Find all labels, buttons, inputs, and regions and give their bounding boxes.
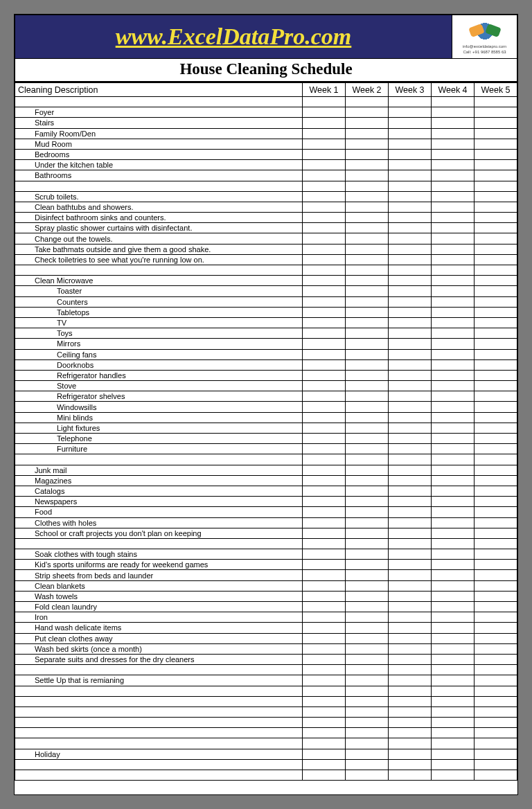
- description-cell: Furniture: [15, 444, 303, 454]
- week-cell: [475, 749, 517, 759]
- week-cell: [432, 412, 475, 423]
- table-row: Take bathmats outside and give them a go…: [15, 244, 517, 254]
- table-row: Windowsills: [15, 402, 517, 412]
- week-cell: [389, 602, 432, 612]
- table-row: Counters: [15, 296, 517, 307]
- week-cell: [303, 286, 346, 296]
- week-cell: [475, 654, 517, 664]
- week-cell: [346, 706, 389, 717]
- week-cell: [389, 434, 432, 444]
- week-cell: [389, 118, 432, 128]
- week-cell: [389, 412, 432, 423]
- week-cell: [432, 706, 475, 717]
- table-row: Mud Room: [15, 139, 517, 149]
- week-cell: [346, 770, 389, 781]
- week-cell: [303, 475, 346, 486]
- week-cell: [389, 528, 432, 538]
- week-cell: [475, 160, 517, 170]
- table-row: Strip sheets from beds and launder: [15, 570, 517, 580]
- week-cell: [389, 402, 432, 412]
- week-cell: [346, 580, 389, 591]
- week-cell: [303, 254, 346, 265]
- week-cell: [346, 486, 389, 496]
- week-cell: [475, 139, 517, 149]
- week-cell: [475, 223, 517, 233]
- week-cell: [389, 265, 432, 276]
- description-cell: Wash towels: [15, 591, 303, 601]
- description-cell: Refrigerator handles: [15, 370, 303, 380]
- week-cell: [346, 612, 389, 623]
- week-cell: [475, 97, 517, 107]
- schedule-table: Cleaning Description Week 1 Week 2 Week …: [15, 82, 517, 781]
- week-cell: [303, 528, 346, 538]
- description-cell: [15, 97, 303, 107]
- description-cell: Windowsills: [15, 402, 303, 412]
- week-cell: [432, 665, 475, 675]
- table-row: [15, 706, 517, 717]
- week-cell: [475, 770, 517, 781]
- col-week5: Week 5: [475, 83, 517, 97]
- week-cell: [303, 139, 346, 149]
- week-cell: [303, 675, 346, 686]
- week-cell: [432, 307, 475, 317]
- week-cell: [346, 170, 389, 181]
- week-cell: [389, 738, 432, 749]
- week-cell: [303, 191, 346, 202]
- week-cell: [432, 244, 475, 254]
- description-cell: Food: [15, 507, 303, 517]
- week-cell: [432, 149, 475, 159]
- week-cell: [303, 339, 346, 349]
- week-cell: [389, 654, 432, 664]
- week-cell: [475, 675, 517, 686]
- week-cell: [389, 728, 432, 738]
- week-cell: [389, 633, 432, 643]
- week-cell: [303, 423, 346, 433]
- week-cell: [432, 759, 475, 770]
- week-cell: [346, 623, 389, 633]
- week-cell: [432, 191, 475, 202]
- week-cell: [303, 434, 346, 444]
- week-cell: [389, 181, 432, 191]
- header-row: Cleaning Description Week 1 Week 2 Week …: [15, 83, 517, 97]
- description-cell: Fold clean laundry: [15, 602, 303, 612]
- week-cell: [389, 170, 432, 181]
- table-row: Newspapers: [15, 497, 517, 507]
- description-cell: Mud Room: [15, 139, 303, 149]
- week-cell: [303, 160, 346, 170]
- table-row: Toaster: [15, 286, 517, 296]
- week-cell: [346, 434, 389, 444]
- week-cell: [346, 317, 389, 328]
- table-row: [15, 696, 517, 706]
- week-cell: [389, 149, 432, 159]
- week-cell: [432, 507, 475, 517]
- week-cell: [346, 233, 389, 244]
- week-cell: [303, 718, 346, 728]
- table-row: Telephone: [15, 434, 517, 444]
- week-cell: [346, 128, 389, 139]
- table-row: Spray plastic shower curtains with disin…: [15, 223, 517, 233]
- week-cell: [346, 423, 389, 433]
- table-row: Kid's sports uniforms are ready for week…: [15, 560, 517, 570]
- week-cell: [432, 349, 475, 359]
- week-cell: [303, 213, 346, 223]
- description-cell: [15, 728, 303, 738]
- page-title: House Cleaning Schedule: [15, 59, 517, 82]
- description-cell: [15, 454, 303, 465]
- week-cell: [303, 538, 346, 549]
- description-cell: Counters: [15, 296, 303, 307]
- description-cell: Spray plastic shower curtains with disin…: [15, 223, 303, 233]
- week-cell: [303, 560, 346, 570]
- week-cell: [475, 296, 517, 307]
- week-cell: [346, 381, 389, 391]
- week-cell: [475, 149, 517, 159]
- description-cell: Put clean clothes away: [15, 633, 303, 643]
- week-cell: [432, 254, 475, 265]
- description-cell: Newspapers: [15, 497, 303, 507]
- week-cell: [389, 570, 432, 580]
- week-cell: [303, 706, 346, 717]
- description-cell: Settle Up that is remianing: [15, 675, 303, 686]
- week-cell: [475, 213, 517, 223]
- week-cell: [346, 517, 389, 528]
- week-cell: [303, 759, 346, 770]
- week-cell: [432, 118, 475, 128]
